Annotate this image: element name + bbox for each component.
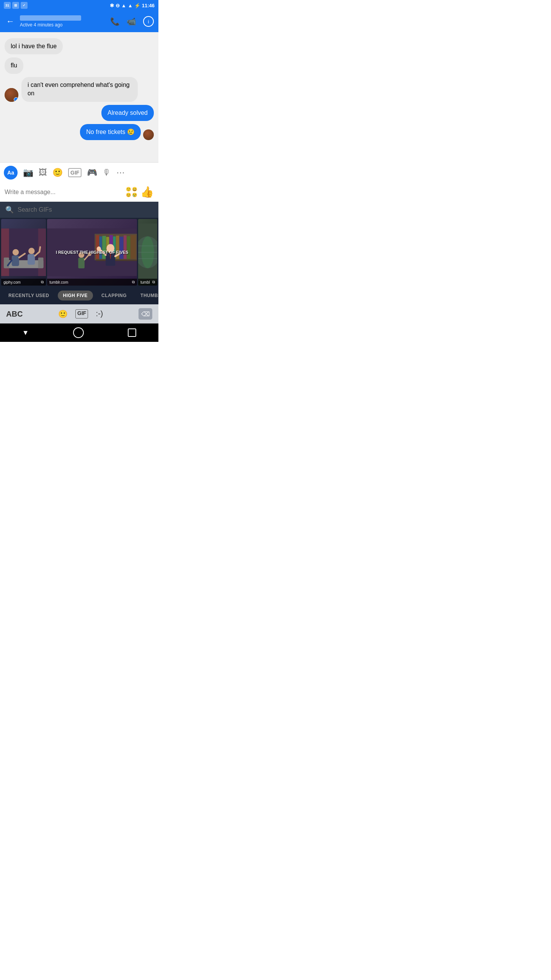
gif-source-2: tumblr.com ⧉ (47, 279, 137, 286)
message-group-1: lol i have the flue (5, 38, 154, 54)
sender-avatar (143, 129, 154, 140)
tab-label: RECENTLY USED (8, 293, 49, 298)
voice-call-button[interactable]: 📞 (110, 17, 120, 26)
wifi-icon: ▲ (121, 3, 126, 8)
tab-thumbs-up[interactable]: THUMBS UP (135, 291, 158, 301)
tab-recently-used[interactable]: RECENTLY USED (3, 291, 55, 301)
gif-item-2[interactable]: I REQUEST THE HIGHEST OF FIVES tumblr.co… (47, 219, 137, 286)
message-input-row: 🙂 😀 😊 😢 👍 (0, 183, 158, 202)
svg-rect-38 (78, 258, 85, 268)
gif-overlay-text-2: I REQUEST THE HIGHEST OF FIVES (56, 250, 128, 255)
tab-label: CLAPPING (101, 293, 127, 298)
keyboard-emoji-button[interactable]: 🙂 (58, 309, 68, 318)
emoji-picker-button[interactable]: 🙂 😀 😊 😢 (126, 187, 137, 198)
more-button[interactable]: ⋯ (116, 168, 125, 178)
nav-home-button[interactable] (73, 327, 84, 338)
gif-source-3: tumbl ⧉ (138, 279, 157, 286)
status-bar-left: 31 ⊞ ✓ (4, 2, 28, 9)
gif-source-1: giphy.com ⧉ (1, 279, 46, 286)
avatar (5, 88, 18, 102)
aa-label: Aa (7, 170, 14, 176)
svg-rect-27 (130, 235, 136, 259)
status-bar: 31 ⊞ ✓ ✱ ⊖ ▲ ▲ ⚡ 11:46 (0, 0, 158, 11)
message-group-5: No free tickets 😢 (5, 124, 154, 140)
list-item: Already solved (101, 105, 154, 121)
games-button[interactable]: 🎮 (87, 168, 97, 178)
contact-info[interactable]: Active 4 minutes ago (20, 15, 106, 28)
check-icon: ✓ (21, 2, 28, 9)
svg-point-10 (28, 248, 35, 254)
navigation-bar: ▼ (0, 323, 158, 342)
gif-item-1[interactable]: giphy.com ⧉ (1, 219, 46, 286)
list-item: lol i have the flue (5, 38, 63, 54)
list-item: i can't even comprehend what's going on (21, 77, 138, 102)
svg-rect-25 (124, 235, 127, 259)
keyboard-toggle-button[interactable]: Aa (4, 166, 18, 180)
gif-source-text: giphy.com (3, 280, 21, 284)
camera-button[interactable]: 📷 (23, 168, 33, 178)
keyboard-delete-button[interactable]: ⌫ (139, 308, 152, 320)
cellular-icon: ▲ (128, 3, 133, 8)
gif-source-text: tumbl (140, 280, 150, 284)
nav-recents-button[interactable] (128, 328, 136, 337)
svg-rect-1 (1, 229, 9, 276)
message-text: Already solved (108, 109, 148, 116)
info-icon: i (148, 19, 149, 24)
time-display: 11:46 (142, 3, 155, 8)
contact-name-blurred (20, 15, 81, 21)
list-item: No free tickets 😢 (80, 124, 141, 140)
chat-header: ← Active 4 minutes ago 📞 📹 i (0, 11, 158, 32)
message-text: No free tickets 😢 (86, 129, 135, 135)
back-button[interactable]: ← (5, 15, 16, 28)
svg-rect-24 (119, 237, 123, 259)
gif-button[interactable]: GIF (68, 168, 82, 177)
gif-category-tabs: RECENTLY USED HIGH FIVE CLAPPING THUMBS … (0, 287, 158, 304)
thumbs-up-send-button[interactable]: 👍 (140, 186, 154, 198)
message-text: lol i have the flue (11, 43, 57, 49)
message-text: flu (11, 62, 17, 69)
chat-area: lol i have the flue flu i can't even com… (0, 32, 158, 162)
info-button[interactable]: i (143, 16, 154, 27)
gif-item-3[interactable]: tumbl ⧉ (138, 219, 157, 286)
message-text: i can't even comprehend what's going on (28, 82, 130, 96)
emoji-button[interactable]: 🙂 (52, 168, 63, 178)
keyboard-gif-button[interactable]: GIF (75, 309, 88, 318)
message-group-2: flu (5, 57, 154, 74)
list-item: flu (5, 57, 23, 74)
gif-search-bar: 🔍 (0, 202, 158, 218)
gif-source-text: tumblr.com (49, 280, 68, 284)
nav-back-button[interactable]: ▼ (22, 329, 29, 337)
status-bar-right: ✱ ⊖ ▲ ▲ ⚡ 11:46 (110, 3, 155, 8)
message-group-4: Already solved (5, 105, 154, 121)
image-button[interactable]: 🖼 (39, 168, 47, 178)
tab-clapping[interactable]: CLAPPING (96, 291, 132, 301)
header-actions: 📞 📹 i (110, 16, 154, 27)
keyboard-emoticon-button[interactable]: :-) (96, 309, 103, 318)
message-input[interactable] (5, 189, 122, 196)
keyboard-abc-button[interactable]: ABC (6, 310, 23, 318)
battery-icon: ⚡ (134, 3, 140, 8)
voice-button[interactable]: 🎙 (103, 168, 111, 178)
grid-icon: ⊞ (12, 2, 19, 9)
external-link-icon: ⧉ (132, 280, 135, 284)
message-group-3: i can't even comprehend what's going on (5, 77, 154, 102)
contact-status: Active 4 minutes ago (20, 22, 106, 28)
external-link-icon: ⧉ (152, 280, 155, 284)
gif-search-input[interactable] (18, 206, 153, 213)
tab-high-five[interactable]: HIGH FIVE (58, 291, 93, 301)
svg-point-6 (13, 249, 19, 256)
keyboard-bottom-row: ABC 🙂 GIF :-) ⌫ (0, 304, 158, 323)
calendar-icon: 31 (4, 2, 11, 9)
messenger-badge (14, 97, 18, 102)
gif-preview-3 (138, 219, 157, 286)
gif-grid: giphy.com ⧉ (0, 218, 158, 287)
gif-preview-1 (1, 219, 46, 286)
tab-label: HIGH FIVE (63, 293, 88, 298)
external-link-icon: ⧉ (41, 280, 44, 284)
svg-rect-7 (12, 255, 19, 266)
svg-rect-28 (96, 260, 137, 261)
video-call-button[interactable]: 📹 (127, 17, 136, 26)
keyboard-icons: 🙂 GIF :-) (30, 309, 131, 318)
signal-icon: ⊖ (116, 3, 120, 8)
message-toolbar: Aa 📷 🖼 🙂 GIF 🎮 🎙 ⋯ (0, 162, 158, 183)
